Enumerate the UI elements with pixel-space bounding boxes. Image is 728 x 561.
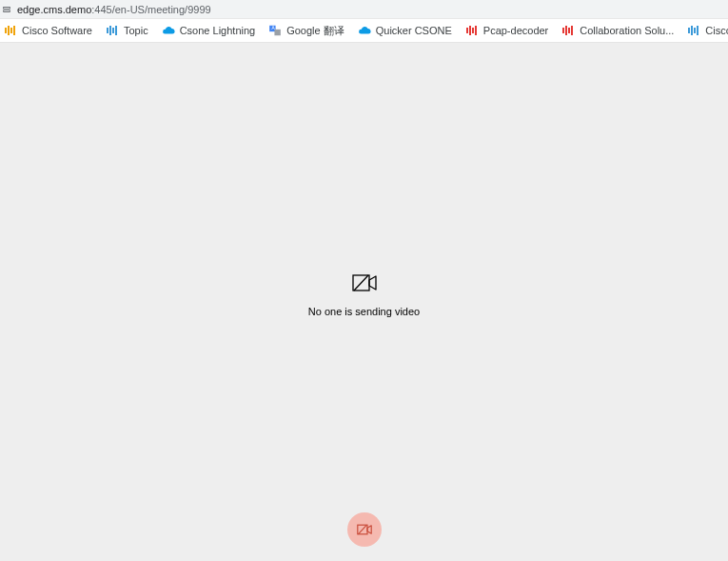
svg-rect-6 (13, 26, 15, 35)
translate-icon: A (268, 24, 282, 37)
site-info-icon[interactable] (2, 5, 11, 14)
svg-line-29 (358, 525, 366, 534)
svg-rect-1 (4, 10, 10, 11)
bookmark-item[interactable]: Cisco (685, 22, 728, 39)
bookmark-label: Topic (124, 25, 148, 36)
url-path: :445/en-US/meeting/9999 (91, 4, 210, 15)
url-host: edge.cms.demo (17, 4, 91, 15)
camera-off-icon (357, 524, 372, 535)
meeting-content: No one is sending video (0, 43, 728, 561)
no-video-indicator: No one is sending video (269, 273, 460, 317)
svg-rect-18 (562, 28, 564, 33)
svg-rect-21 (571, 26, 573, 35)
svg-rect-10 (115, 26, 117, 35)
svg-rect-4 (8, 26, 10, 35)
no-video-text: No one is sending video (269, 306, 460, 317)
bookmark-item[interactable]: AGoogle 翻译 (266, 22, 346, 40)
svg-rect-5 (10, 28, 12, 33)
svg-rect-20 (568, 28, 570, 33)
grid-icon (561, 24, 575, 37)
svg-rect-8 (109, 26, 111, 35)
cloud-icon (162, 24, 175, 37)
svg-rect-22 (688, 28, 690, 33)
grid-icon (4, 24, 17, 37)
bookmark-item[interactable]: Collaboration Solu... (560, 22, 676, 39)
svg-rect-7 (107, 28, 108, 33)
svg-rect-15 (469, 26, 471, 35)
bookmark-item[interactable]: Pcap-decoder (463, 22, 551, 39)
svg-rect-14 (466, 28, 468, 33)
bookmark-item[interactable]: Cisco Software (2, 22, 94, 39)
svg-rect-23 (691, 26, 693, 35)
grid-icon (687, 24, 700, 37)
bookmark-label: Quicker CSONE (376, 25, 452, 36)
svg-rect-16 (472, 28, 474, 33)
bookmark-item[interactable]: Quicker CSONE (356, 22, 454, 39)
grid-icon (106, 24, 119, 37)
bookmark-label: Collaboration Solu... (580, 25, 674, 36)
svg-line-27 (354, 275, 368, 291)
bookmark-item[interactable]: Topic (104, 22, 150, 39)
bookmark-label: Google 翻译 (286, 24, 344, 38)
bookmark-label: Csone Lightning (180, 25, 256, 36)
svg-rect-24 (694, 28, 696, 33)
svg-rect-3 (5, 28, 7, 33)
bookmark-bar: Cisco SoftwareTopicCsone LightningAGoogl… (0, 19, 728, 43)
url-text[interactable]: edge.cms.demo:445/en-US/meeting/9999 (17, 4, 211, 15)
svg-rect-25 (697, 26, 698, 35)
svg-rect-19 (565, 26, 567, 35)
grid-icon (465, 24, 479, 37)
svg-rect-0 (4, 7, 10, 9)
cloud-icon (358, 24, 371, 37)
svg-rect-17 (475, 26, 477, 35)
bookmark-label: Cisco Software (22, 25, 92, 36)
bookmark-label: Pcap-decoder (483, 25, 549, 36)
svg-rect-12 (275, 30, 281, 35)
address-bar: edge.cms.demo:445/en-US/meeting/9999 (0, 0, 728, 19)
camera-toggle-button[interactable] (347, 512, 382, 547)
bookmark-item[interactable]: Csone Lightning (160, 22, 258, 39)
bookmark-label: Cisco (705, 25, 728, 36)
svg-rect-9 (112, 28, 114, 33)
camera-off-icon (352, 273, 377, 292)
